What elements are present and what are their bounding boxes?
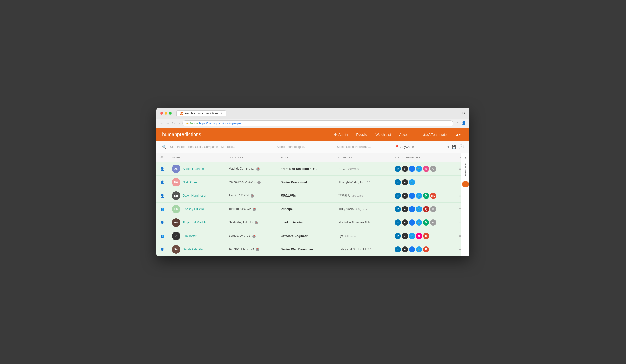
facebook-icon[interactable]: f [409,206,415,212]
search-input[interactable] [170,145,267,149]
address-input[interactable]: 🔒 Secure https://humanprecitions.io/peop… [182,121,453,126]
location-label: Anywhere [400,145,414,149]
nav-admin[interactable]: ⚙ Admin [330,131,352,138]
linkedin-icon[interactable]: in [395,246,401,252]
klout-icon[interactable]: K [423,233,429,239]
row-list-button[interactable]: ≡ [459,207,461,211]
klout-icon[interactable]: K [423,246,429,252]
github-icon[interactable]: ● [402,166,408,172]
person-name[interactable]: Nikki Gomez [183,180,200,184]
app-logo[interactable]: humanpredictions [162,132,201,137]
person-name[interactable]: Austin Leatham [183,167,204,170]
table-row: 👥LDLindsey DiCelloToronto, ON, CA 📍Princ… [156,202,470,216]
person-icon: 👤 [160,221,164,224]
minimize-button[interactable] [164,112,167,115]
nav-user[interactable]: lia ▾ [451,131,464,138]
dribbble-icon[interactable]: ◎ [423,166,429,172]
github-icon[interactable]: ● [402,206,408,212]
chevron-down-button[interactable]: ▾ [447,145,449,149]
years-badge: 2.0 years [348,167,359,170]
company-cell: Nashville Software Sch... [335,216,391,229]
facebook-icon[interactable]: f [409,166,415,172]
facebook-icon[interactable]: f [409,246,415,252]
person-name[interactable]: Leo Tartari [183,234,197,238]
back-button[interactable]: ← [160,121,163,125]
nav-people[interactable]: People [352,131,371,138]
linkedin-icon[interactable]: in [395,206,401,212]
home-button[interactable]: ⌂ [178,121,180,125]
close-button[interactable] [160,112,163,115]
person-name[interactable]: Sarah Aslanifar [183,247,203,251]
search-divider [271,144,271,150]
github-icon[interactable]: ● [402,179,408,185]
github-icon[interactable]: ● [402,193,408,199]
table-row: 👥LTLeo TartariSeattle, WA, US 📍Software … [156,229,470,243]
search-divider-2 [331,144,331,150]
nav-watchlist[interactable]: Watch List [372,131,395,138]
row-list-button[interactable]: ≡ [459,234,461,238]
row-icon-cell: 👥 [156,229,168,243]
search-field[interactable] [170,145,267,149]
sidebar-label[interactable]: humanpredictions [464,155,467,179]
medium-icon[interactable]: M [423,219,429,226]
social-select[interactable]: Select Social Networks... [335,145,387,149]
forward-button[interactable]: → [166,121,169,125]
row-list-button[interactable]: ≡ [459,221,461,224]
person-name[interactable]: Dawn Hundrieser [183,194,206,197]
tech-select[interactable]: Select Technologies... [275,145,327,149]
person-name[interactable]: Raymond Machira [183,221,208,224]
nav-account[interactable]: Account [395,131,415,138]
me-icon[interactable]: me [430,193,436,199]
avatar: LT [172,232,180,240]
github-icon[interactable]: ● [402,246,408,252]
location-field[interactable]: 📍 Anywhere [395,145,444,149]
new-tab-button[interactable]: + [228,111,234,116]
linkedin-icon[interactable]: in [395,179,401,185]
nav-account-label: Account [399,133,411,136]
github-icon[interactable]: ● [402,233,408,239]
row-list-button[interactable]: ≡ [459,167,461,171]
th-company: COMPANY [335,153,391,162]
sidebar-avatar[interactable]: L [462,181,469,187]
location-text: Tianjin, 12, CN [229,194,249,197]
facebook-icon[interactable]: f [409,193,415,199]
twitter-icon[interactable]: 🐦 [409,233,415,239]
row-list-button[interactable]: ≡ [459,180,461,184]
company-name: BBVA [338,167,347,170]
facebook-icon[interactable]: f [409,219,415,226]
twitter-icon[interactable]: 🐦 [416,219,422,226]
linkedin-icon[interactable]: in [395,166,401,172]
flickr-icon[interactable]: fl [416,233,422,239]
title-cell: 前端工程师 [277,189,335,202]
help-button[interactable]: ? [459,144,464,150]
github-icon[interactable]: ● [402,219,408,226]
nav-invite[interactable]: Invite A Teammate [416,131,450,138]
location-icon: 📍 [395,145,399,149]
linkedin-icon[interactable]: in [395,233,401,239]
twitter-icon[interactable]: 🐦 [409,179,415,185]
twitter-icon[interactable]: 🐦 [416,246,422,252]
maximize-button[interactable] [169,112,172,115]
twitter-icon[interactable]: 🐦 [416,166,422,172]
more-social-icon[interactable]: +4 [430,219,436,226]
bookmark-icon[interactable]: ☆ [456,121,459,125]
refresh-button[interactable]: ↻ [172,121,175,125]
linkedin-icon[interactable]: in [395,219,401,226]
social-cell: in●f🐦M+4 [391,216,455,229]
tab-close-button[interactable]: ✕ [221,112,223,115]
save-search-button[interactable]: 💾 [452,145,456,149]
active-tab[interactable]: hp People - humanpredictions ✕ [176,110,226,116]
profile-icon[interactable]: 👤 [462,121,466,125]
more-social-icon[interactable]: +5 [430,206,436,212]
linkedin-icon[interactable]: in [395,193,401,199]
name-cell: LDLindsey DiCello [168,202,225,216]
more-social-icon[interactable]: +3 [430,166,436,172]
medium-icon[interactable]: M [423,193,429,199]
twitter-icon[interactable]: 🐦 [416,206,422,212]
quora-icon[interactable]: Q [423,206,429,212]
person-name[interactable]: Lindsey DiCello [183,207,204,211]
row-list-button[interactable]: ≡ [459,247,461,251]
row-list-button[interactable]: ≡ [459,194,461,198]
group-icon: 👥 [160,234,164,238]
twitter-icon[interactable]: 🐦 [416,193,422,199]
